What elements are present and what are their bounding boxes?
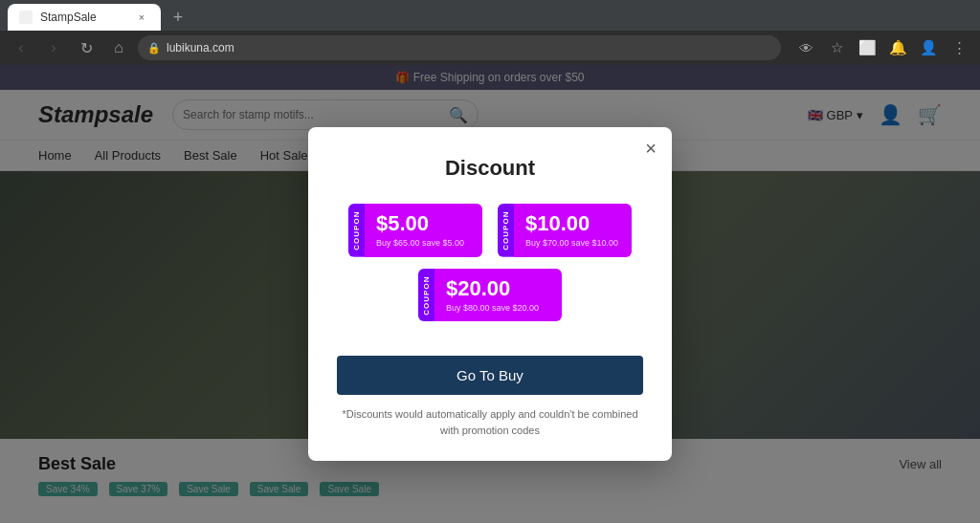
back-button[interactable]: ‹ [8, 34, 34, 61]
active-tab[interactable]: StampSale × [8, 4, 161, 31]
coupon-5-desc: Buy $65.00 save $5.00 [376, 238, 471, 250]
modal-title: Discount [337, 156, 643, 181]
menu-icon[interactable]: ⋮ [946, 34, 972, 61]
tab-close-button[interactable]: × [134, 10, 149, 25]
bell-icon[interactable]: 🔔 [884, 34, 911, 61]
go-to-buy-button[interactable]: Go To Buy [337, 356, 643, 395]
coupons-row-1: COUPON $5.00 Buy $65.00 save $5.00 COUPO… [348, 204, 632, 257]
star-icon[interactable]: ☆ [823, 34, 850, 61]
profile-icon[interactable]: 👤 [915, 34, 942, 61]
coupons-container: COUPON $5.00 Buy $65.00 save $5.00 COUPO… [337, 204, 643, 333]
new-tab-button[interactable]: + [165, 4, 191, 31]
address-bar[interactable]: 🔒 lubikuna.com [138, 35, 781, 60]
refresh-button[interactable]: ↻ [73, 34, 100, 61]
coupon-20-body: $20.00 Buy $80.00 save $20.00 [434, 269, 562, 322]
eye-slash-icon[interactable]: 👁 [792, 34, 819, 61]
website: 🎁 Free Shipping on orders over $50 Stamp… [0, 65, 980, 523]
coupon-20[interactable]: COUPON $20.00 Buy $80.00 save $20.00 [418, 269, 562, 322]
coupon-10[interactable]: COUPON $10.00 Buy $70.00 save $10.00 [498, 204, 632, 257]
forward-button[interactable]: › [40, 34, 67, 61]
tab-label: StampSale [40, 11, 97, 24]
coupon-5[interactable]: COUPON $5.00 Buy $65.00 save $5.00 [348, 204, 482, 257]
home-button[interactable]: ⌂ [105, 34, 132, 61]
coupon-20-tab: COUPON [418, 269, 434, 322]
extensions-icon[interactable]: ⬜ [854, 34, 880, 61]
coupon-10-body: $10.00 Buy $70.00 save $10.00 [514, 204, 632, 257]
coupon-20-amount: $20.00 [446, 276, 550, 301]
url-text: lubikuna.com [167, 41, 234, 54]
tab-favicon [19, 11, 33, 24]
modal-close-button[interactable]: × [645, 139, 657, 158]
coupon-5-tab: COUPON [348, 204, 365, 257]
browser-chrome: StampSale × + ‹ › ↻ ⌂ 🔒 lubikuna.com 👁 ☆… [0, 0, 980, 65]
coupon-10-desc: Buy $70.00 save $10.00 [525, 238, 620, 250]
tab-bar: StampSale × + [0, 0, 980, 31]
discount-note: *Discounts would automatically apply and… [337, 406, 643, 438]
coupons-row-2: COUPON $20.00 Buy $80.00 save $20.00 [418, 269, 562, 322]
modal-overlay[interactable]: × Discount COUPON $5.00 Buy $65.00 save … [0, 65, 980, 523]
coupon-20-desc: Buy $80.00 save $20.00 [446, 303, 550, 315]
coupon-10-amount: $10.00 [525, 211, 620, 236]
browser-controls: ‹ › ↻ ⌂ 🔒 lubikuna.com 👁 ☆ ⬜ 🔔 👤 ⋮ [0, 31, 980, 65]
discount-modal: × Discount COUPON $5.00 Buy $65.00 save … [308, 127, 672, 461]
coupon-5-body: $5.00 Buy $65.00 save $5.00 [365, 204, 482, 257]
lock-icon: 🔒 [147, 42, 161, 54]
coupon-5-amount: $5.00 [376, 211, 471, 236]
coupon-10-tab: COUPON [498, 204, 514, 257]
browser-actions: 👁 ☆ ⬜ 🔔 👤 ⋮ [792, 34, 972, 61]
